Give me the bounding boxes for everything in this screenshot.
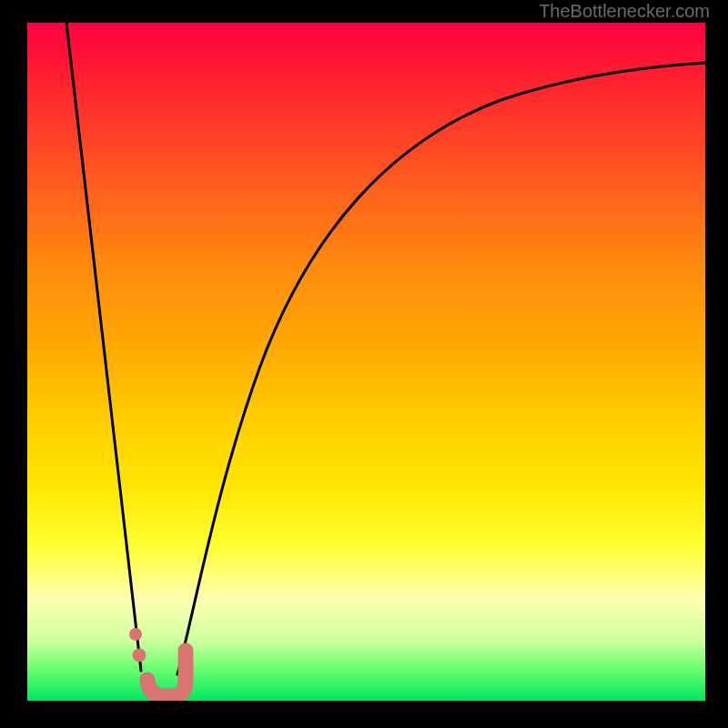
watermark-text: TheBottlenecker.com	[539, 1, 710, 22]
plot-background	[27, 23, 705, 701]
chart-container: TheBottlenecker.com	[0, 0, 728, 728]
